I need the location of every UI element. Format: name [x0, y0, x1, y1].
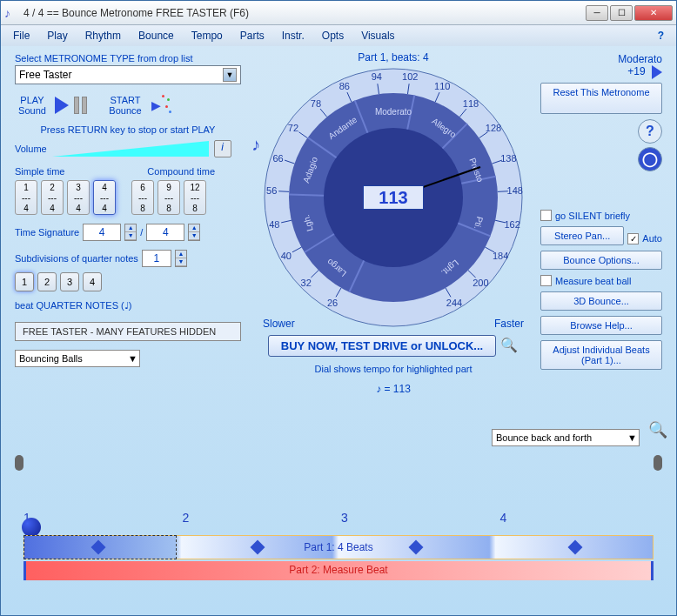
volume-info-button[interactable]: i [214, 140, 231, 157]
beat-number-2: 2 [183, 511, 190, 525]
menu-file[interactable]: File [6, 28, 37, 44]
adjust-beats-button[interactable]: Adjust Individual Beats (Part 1)... [540, 340, 662, 370]
tempo-name: Moderato [618, 53, 662, 65]
svg-text:86: 86 [339, 81, 350, 91]
app-window: ♪ 4 / 4 == Bounce Metronome FREE TASTER … [0, 0, 677, 616]
bouncing-select[interactable]: Bouncing Balls ▼ [15, 350, 140, 367]
metronome-type-select[interactable]: Free Taster ▼ [15, 65, 241, 84]
browse-help-button[interactable]: Browse Help... [540, 316, 662, 335]
slower-label: Slower [263, 318, 295, 330]
part1-bar[interactable]: Part 1: 4 Beats [23, 535, 654, 559]
subdivisions-row: Subdivisions of quarter notes 1 ▲▼ [15, 250, 241, 267]
volume-row: Volume i [15, 140, 241, 157]
bouncing-value: Bouncing Balls [19, 353, 83, 364]
menu-opts[interactable]: Opts [315, 28, 351, 44]
tempo-dial[interactable]: 2632404856667278869410211011812813814816… [263, 67, 524, 328]
circle-icon-button[interactable]: ◯ [638, 147, 662, 171]
buy-now-button[interactable]: BUY NOW, TEST DRIVE or UNLOCK... [268, 335, 496, 357]
compound-time-9[interactable]: 9---8 [158, 180, 180, 215]
sub-button-2[interactable]: 2 [37, 272, 57, 291]
magnify-icon[interactable]: 🔍 [648, 420, 667, 439]
menu-parts[interactable]: Parts [233, 28, 271, 44]
auto-checkbox[interactable]: ✓ [627, 233, 639, 244]
part-label: Part 1, beats: 4 [250, 51, 537, 64]
menu-play[interactable]: Play [40, 28, 74, 44]
left-panel: Select METRONOME TYPE from drop list Fre… [15, 53, 241, 367]
3d-bounce-button[interactable]: 3D Bounce... [540, 291, 662, 311]
minimize-button[interactable]: ─ [586, 5, 608, 21]
titlebar[interactable]: ♪ 4 / 4 == Bounce Metronome FREE TASTER … [1, 1, 676, 25]
features-hidden-box: FREE TASTER - MANY FEATURES HIDDEN [15, 322, 241, 341]
dial-note: Dial shows tempo for highlighted part [250, 364, 537, 374]
bouncing-ball[interactable] [22, 518, 41, 537]
help-icon-button[interactable]: ? [638, 119, 662, 144]
faster-label: Faster [494, 318, 524, 330]
compound-time-6[interactable]: 6---8 [131, 180, 154, 215]
menu-bounce[interactable]: Bounce [131, 28, 181, 44]
ts-den-stepper[interactable]: ▲▼ [188, 224, 200, 241]
beat-number-3: 3 [341, 511, 348, 525]
simple-time-3[interactable]: 3---4 [67, 180, 90, 215]
sub-value[interactable]: 1 [142, 250, 171, 267]
silent-checkbox-row[interactable]: go SILENT briefly [540, 210, 662, 221]
pause-button[interactable] [74, 97, 87, 114]
dial-area: Part 1, beats: 4 26324048566672788694102… [250, 51, 537, 395]
menu-help[interactable]: ? [651, 28, 671, 44]
play-sound-label: PLAY Sound [15, 95, 50, 116]
moderato-label: Moderato +19 [540, 53, 662, 79]
bounce-mode-select[interactable]: Bounce back and forth ▼ [492, 429, 640, 446]
svg-text:102: 102 [402, 71, 418, 82]
svg-text:200: 200 [473, 278, 488, 288]
bounce-options-button[interactable]: Bounce Options... [540, 251, 662, 270]
sub-button-1[interactable]: 1 [15, 272, 34, 291]
svg-line-7 [278, 191, 289, 192]
sub-button-3[interactable]: 3 [60, 272, 79, 291]
ts-num-stepper[interactable]: ▲▼ [124, 224, 137, 241]
silent-label: go SILENT briefly [555, 211, 630, 221]
svg-text:40: 40 [281, 251, 292, 261]
track-edge-left [15, 455, 23, 471]
menu-instr[interactable]: Instr. [275, 28, 312, 44]
menu-tempo[interactable]: Tempo [184, 28, 230, 44]
reset-button[interactable]: Reset This Metronome [540, 83, 662, 114]
svg-text:128: 128 [486, 123, 501, 133]
compound-time-12[interactable]: 12---8 [184, 180, 206, 215]
measure-label: Measure beat ball [555, 276, 631, 286]
menubar: File Play Rhythm Bounce Tempo Parts Inst… [1, 25, 676, 46]
close-button[interactable]: ✕ [634, 5, 673, 21]
metronome-type-label: Select METRONOME TYPE from drop list [15, 53, 241, 64]
buy-row: BUY NOW, TEST DRIVE or UNLOCK... 🔍 [268, 335, 519, 357]
bounce-mode-value: Bounce back and forth [496, 432, 592, 443]
ts-numerator[interactable]: 4 [83, 224, 121, 241]
auto-label: Auto [642, 233, 662, 244]
menu-rhythm[interactable]: Rhythm [78, 28, 128, 44]
volume-slider[interactable] [52, 141, 209, 157]
measure-checkbox-row[interactable]: Measure beat ball [540, 275, 662, 286]
svg-text:78: 78 [311, 98, 321, 109]
svg-text:138: 138 [500, 153, 516, 164]
svg-text:26: 26 [327, 298, 338, 308]
part2-bar[interactable]: Part 2: Measure Beat [23, 561, 654, 580]
app-icon: ♪ [4, 6, 18, 20]
menu-visuals[interactable]: Visuals [354, 28, 401, 44]
play-button[interactable] [55, 97, 69, 114]
simple-time-1[interactable]: 1---4 [15, 180, 37, 215]
magnify-icon[interactable]: 🔍 [499, 337, 519, 356]
sub-stepper[interactable]: ▲▼ [175, 250, 187, 267]
simple-time-4[interactable]: 4---4 [93, 180, 116, 215]
silent-checkbox[interactable] [540, 210, 552, 221]
bpm-display[interactable]: 113 [363, 185, 424, 210]
play-tempo-button[interactable] [652, 65, 662, 79]
measure-checkbox[interactable] [540, 275, 552, 286]
time-signature-buttons: 1---42---43---44---46---89---812---8 [15, 180, 241, 215]
start-bounce-button[interactable] [150, 95, 171, 116]
simple-time-2[interactable]: 2---4 [41, 180, 64, 215]
beat-label: beat QUARTER NOTES (♩) [15, 300, 241, 311]
ts-denominator[interactable]: 4 [146, 224, 184, 241]
maximize-button[interactable]: ☐ [610, 5, 633, 21]
svg-text:244: 244 [446, 298, 462, 308]
sub-button-4[interactable]: 4 [83, 272, 102, 291]
sub-label: Subdivisions of quarter notes [15, 253, 138, 264]
stereo-pan-button[interactable]: Stereo Pan... [540, 226, 624, 245]
svg-text:118: 118 [463, 98, 479, 109]
